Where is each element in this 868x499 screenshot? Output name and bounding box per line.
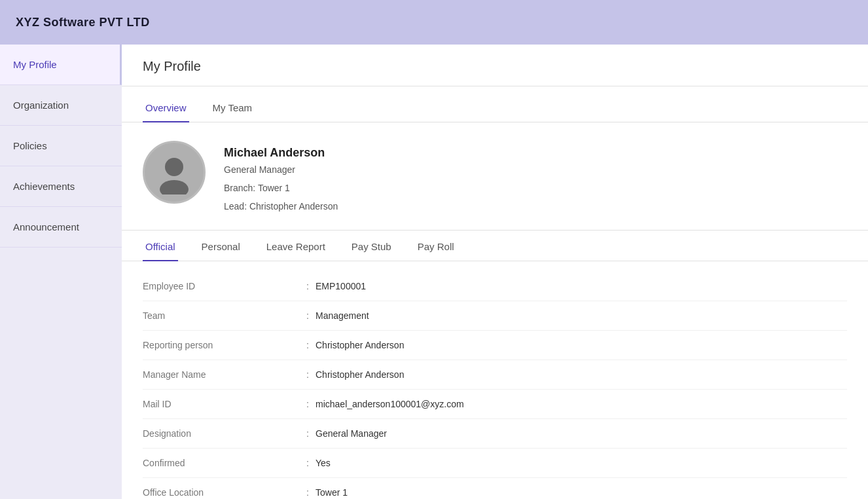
page-title: My Profile: [143, 59, 847, 74]
profile-branch: Branch: Tower 1: [224, 181, 338, 196]
detail-colon: :: [300, 340, 316, 350]
detail-row: Manager Name:Christopher Anderson: [143, 360, 847, 390]
detail-value: Management: [316, 310, 369, 321]
detail-value: michael_anderson100001@xyz.com: [316, 399, 464, 409]
tab-leave-report[interactable]: Leave Report: [264, 231, 328, 261]
profile-name: Michael Anderson: [224, 146, 338, 160]
detail-colon: :: [300, 310, 316, 321]
page-header: My Profile: [122, 45, 868, 86]
detail-colon: :: [300, 458, 316, 468]
detail-label: Confirmed: [143, 458, 300, 468]
tab-pay-roll[interactable]: Pay Roll: [415, 231, 457, 261]
details-table: Employee ID:EMP100001Team:ManagementRepo…: [122, 261, 868, 499]
detail-colon: :: [300, 487, 316, 498]
tab-pay-stub[interactable]: Pay Stub: [349, 231, 394, 261]
detail-value: General Manager: [316, 428, 387, 439]
avatar: [143, 141, 206, 204]
detail-label: Mail ID: [143, 399, 300, 409]
detail-value: Tower 1: [316, 487, 348, 498]
detail-row: Reporting person:Christopher Anderson: [143, 331, 847, 360]
detail-colon: :: [300, 399, 316, 409]
detail-row: Confirmed:Yes: [143, 449, 847, 478]
detail-row: Office Location:Tower 1: [143, 478, 847, 499]
detail-value: Christopher Anderson: [316, 369, 404, 380]
detail-label: Reporting person: [143, 340, 300, 350]
main-layout: My Profile Organization Policies Achieve…: [0, 45, 868, 499]
detail-value: Yes: [316, 458, 331, 468]
tab-overview[interactable]: Overview: [143, 92, 189, 122]
profile-section: Michael Anderson General Manager Branch:…: [122, 122, 868, 231]
detail-label: Manager Name: [143, 369, 300, 380]
tab-personal[interactable]: Personal: [199, 231, 243, 261]
svg-point-1: [160, 180, 189, 194]
profile-role: General Manager: [224, 162, 338, 178]
sidebar-item-announcement[interactable]: Announcement: [0, 207, 122, 248]
sidebar-item-organization[interactable]: Organization: [0, 85, 122, 126]
detail-value: EMP100001: [316, 281, 366, 291]
avatar-icon: [152, 150, 196, 194]
detail-label: Designation: [143, 428, 300, 439]
svg-point-0: [165, 158, 183, 176]
detail-row: Mail ID:michael_anderson100001@xyz.com: [143, 390, 847, 419]
detail-value: Christopher Anderson: [316, 340, 404, 350]
tab-official[interactable]: Official: [143, 231, 178, 261]
detail-label: Office Location: [143, 487, 300, 498]
sidebar-item-achievements[interactable]: Achievements: [0, 166, 122, 207]
detail-colon: :: [300, 369, 316, 380]
tab-my-team[interactable]: My Team: [210, 92, 255, 122]
sidebar-item-my-profile[interactable]: My Profile: [0, 45, 122, 85]
detail-row: Employee ID:EMP100001: [143, 272, 847, 301]
detail-row: Designation:General Manager: [143, 419, 847, 449]
detail-row: Team:Management: [143, 301, 847, 331]
app-title: XYZ Software PVT LTD: [16, 16, 150, 29]
profile-tabs: Overview My Team: [122, 92, 868, 122]
profile-info: Michael Anderson General Manager Branch:…: [224, 141, 338, 214]
profile-lead: Lead: Christopher Anderson: [224, 199, 338, 215]
sidebar: My Profile Organization Policies Achieve…: [0, 45, 122, 499]
detail-label: Team: [143, 310, 300, 321]
detail-label: Employee ID: [143, 281, 300, 291]
detail-colon: :: [300, 281, 316, 291]
detail-colon: :: [300, 428, 316, 439]
content-area: My Profile Overview My Team Michael Ande…: [122, 45, 868, 499]
sidebar-item-policies[interactable]: Policies: [0, 126, 122, 166]
topbar: XYZ Software PVT LTD: [0, 0, 868, 45]
detail-tabs: Official Personal Leave Report Pay Stub …: [122, 231, 868, 261]
